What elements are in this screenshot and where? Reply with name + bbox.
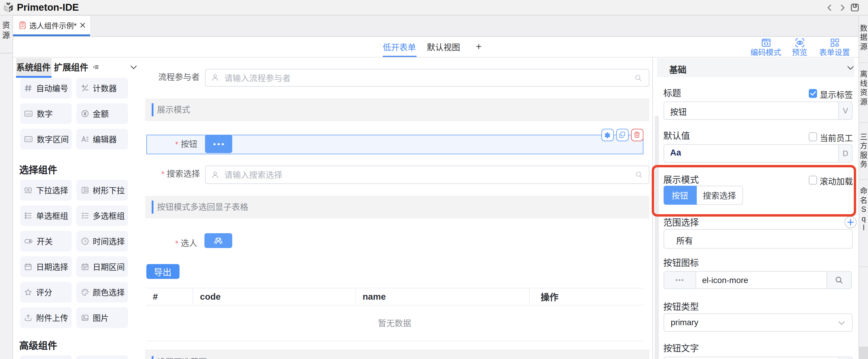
svg-text:1~3: 1~3 (26, 138, 31, 141)
svg-text:123: 123 (26, 112, 31, 115)
